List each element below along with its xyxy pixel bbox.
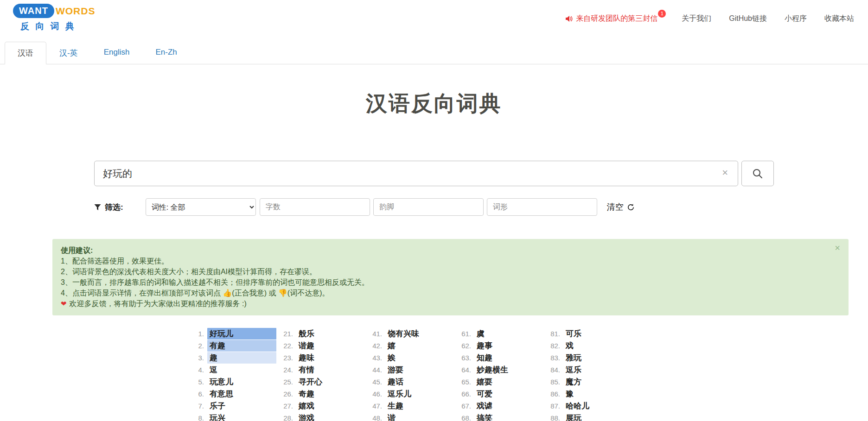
result-item[interactable]: 85.魔方 [543,376,632,388]
result-item[interactable]: 23.趣味 [276,352,365,364]
result-word[interactable]: 游戏 [296,412,365,421]
result-word[interactable]: 虞 [474,328,543,339]
result-item[interactable]: 81.可乐 [543,327,632,339]
result-item[interactable]: 41.饶有兴味 [365,327,454,339]
result-word[interactable]: 嬉戏 [296,400,365,412]
search-button[interactable] [741,161,774,186]
result-item[interactable]: 61.虞 [454,327,543,339]
result-item[interactable]: 63.知趣 [454,352,543,364]
tab-hanyu[interactable]: 汉语 [5,42,46,64]
result-item[interactable]: 6.有意思 [187,388,276,400]
logo[interactable]: WANT WORDS 反 向 词 典 [13,4,95,32]
nav-bookmark[interactable]: 收藏本站 [824,14,854,24]
nav-notice-link[interactable]: 来自研发团队的第三封信 1 [565,14,664,24]
result-item[interactable]: 47.生趣 [365,400,454,412]
result-word[interactable]: 逗乐儿 [385,388,454,400]
result-word[interactable]: 展玩 [563,412,632,421]
result-item[interactable]: 84.逗乐 [543,364,632,376]
result-item[interactable]: 26.奇趣 [276,388,365,400]
result-item[interactable]: 45.趣话 [365,376,454,388]
result-item[interactable]: 8.玩兴 [187,412,276,421]
result-item[interactable]: 5.玩意儿 [187,376,276,388]
result-word[interactable]: 有情 [296,364,365,376]
result-item[interactable]: 28.游戏 [276,412,365,421]
result-word[interactable]: 可爱 [474,388,543,400]
clear-search-icon[interactable]: × [722,167,728,179]
result-item[interactable]: 67.戏谑 [454,400,543,412]
result-word[interactable]: 嬉耍 [474,376,543,388]
nav-miniprogram[interactable]: 小程序 [785,14,807,24]
result-word[interactable]: 雅玩 [563,352,632,364]
result-word[interactable]: 知趣 [474,352,543,364]
result-item[interactable]: 21.般乐 [276,327,365,339]
result-word[interactable]: 玩意儿 [207,376,276,388]
result-word[interactable]: 逗 [207,364,276,376]
result-word[interactable]: 谐 [385,412,454,421]
result-word[interactable]: 有趣 [207,340,276,352]
result-item[interactable]: 27.嬉戏 [276,400,365,412]
result-word[interactable]: 寻开心 [296,376,365,388]
result-item[interactable]: 43.娭 [365,352,454,364]
result-word[interactable]: 搞笑 [474,412,543,421]
result-word[interactable]: 豫 [563,388,632,400]
result-item[interactable]: 86.豫 [543,388,632,400]
result-item[interactable]: 48.谐 [365,412,454,421]
tab-zh-en[interactable]: 汉-英 [46,42,91,64]
result-word[interactable]: 魔方 [563,376,632,388]
result-item[interactable]: 22.谐趣 [276,339,365,352]
result-item[interactable]: 68.搞笑 [454,412,543,421]
result-word[interactable]: 趣味 [296,352,365,364]
result-word[interactable]: 谐趣 [296,340,365,352]
length-input[interactable] [260,198,370,216]
result-item[interactable]: 83.雅玩 [543,352,632,364]
result-word[interactable]: 哈哈儿 [563,400,632,412]
result-item[interactable]: 42.嬉 [365,339,454,352]
result-word[interactable]: 般乐 [296,328,365,339]
result-item[interactable]: 88.展玩 [543,412,632,421]
result-word[interactable]: 生趣 [385,400,454,412]
result-item[interactable]: 24.有情 [276,364,365,376]
result-item[interactable]: 4.逗 [187,364,276,376]
result-item[interactable]: 65.嬉耍 [454,376,543,388]
result-word[interactable]: 可乐 [563,328,632,339]
result-rank: 42. [365,342,382,350]
nav-about[interactable]: 关于我们 [682,14,711,24]
tab-english[interactable]: English [91,42,143,64]
result-item[interactable]: 64.妙趣横生 [454,364,543,376]
result-word[interactable]: 娭 [385,352,454,364]
tab-en-zh[interactable]: En-Zh [142,42,190,64]
result-word[interactable]: 趣话 [385,376,454,388]
tips-close-icon[interactable]: × [835,243,840,253]
result-word[interactable]: 乐子 [207,400,276,412]
result-word[interactable]: 奇趣 [296,388,365,400]
result-item[interactable]: 1.好玩儿 [187,327,276,339]
result-word[interactable]: 戏谑 [474,400,543,412]
result-word[interactable]: 有意思 [207,388,276,400]
result-word[interactable]: 玩兴 [207,412,276,421]
result-item[interactable]: 66.可爱 [454,388,543,400]
result-word[interactable]: 游耍 [385,364,454,376]
result-item[interactable]: 62.趣事 [454,339,543,352]
result-word[interactable]: 好玩儿 [207,328,276,339]
result-word[interactable]: 戏 [563,340,632,352]
nav-github[interactable]: GitHub链接 [729,14,767,24]
result-word[interactable]: 饶有兴味 [385,328,454,339]
clear-filters-button[interactable]: 清空 [607,201,635,213]
result-word[interactable]: 趣 [207,352,276,364]
result-word[interactable]: 逗乐 [563,364,632,376]
result-item[interactable]: 3.趣 [187,352,276,364]
result-item[interactable]: 82.戏 [543,339,632,352]
pos-select[interactable]: 词性: 全部 [146,198,256,216]
result-item[interactable]: 2.有趣 [187,339,276,352]
result-item[interactable]: 87.哈哈儿 [543,400,632,412]
result-item[interactable]: 25.寻开心 [276,376,365,388]
result-word[interactable]: 妙趣横生 [474,364,543,376]
rhyme-input[interactable] [373,198,484,216]
result-item[interactable]: 46.逗乐儿 [365,388,454,400]
result-item[interactable]: 44.游耍 [365,364,454,376]
form-input[interactable] [487,198,597,216]
result-word[interactable]: 趣事 [474,340,543,352]
result-word[interactable]: 嬉 [385,340,454,352]
result-item[interactable]: 7.乐子 [187,400,276,412]
search-input[interactable] [94,161,738,186]
